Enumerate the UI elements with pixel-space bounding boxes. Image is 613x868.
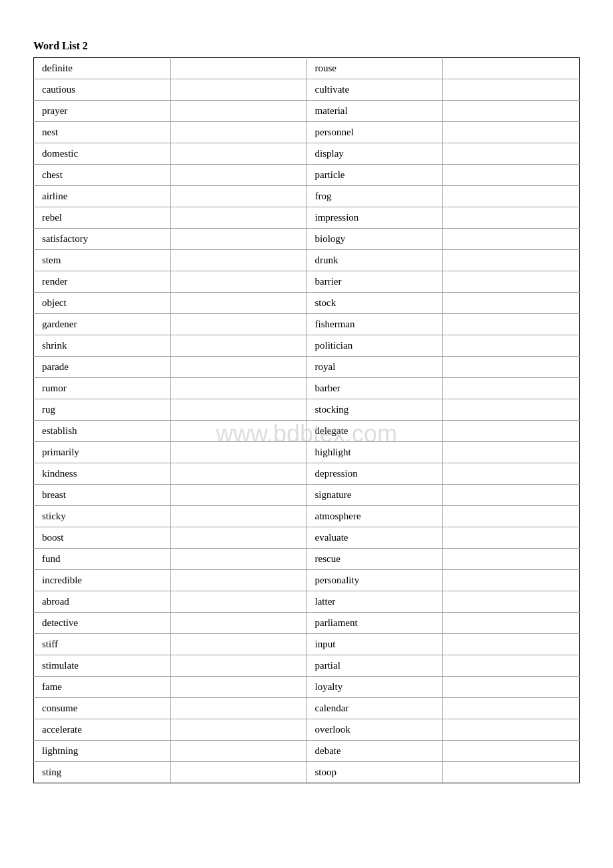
table-cell: cautious [34, 79, 171, 101]
table-row: kindnessdepression [34, 463, 580, 485]
table-cell: loyalty [306, 677, 443, 698]
table-cell [170, 271, 306, 293]
table-cell [443, 655, 580, 677]
table-cell: highlight [306, 442, 443, 463]
table-cell [443, 762, 580, 783]
table-cell [170, 655, 306, 677]
table-cell: accelerate [34, 719, 171, 741]
table-cell [170, 506, 306, 527]
table-cell [170, 442, 306, 463]
table-row: definiterouse [34, 58, 580, 79]
table-cell [443, 399, 580, 421]
table-cell [170, 570, 306, 591]
table-cell: stiff [34, 634, 171, 655]
table-cell [443, 58, 580, 79]
table-cell [170, 634, 306, 655]
table-cell: personnel [306, 122, 443, 143]
table-cell [170, 207, 306, 229]
table-cell: rebel [34, 207, 171, 229]
table-row: fameloyalty [34, 677, 580, 698]
table-cell [443, 527, 580, 549]
table-cell [170, 250, 306, 271]
table-cell: breast [34, 485, 171, 506]
table-cell: rouse [306, 58, 443, 79]
table-cell: atmosphere [306, 506, 443, 527]
table-cell: biology [306, 229, 443, 250]
table-row: nestpersonnel [34, 122, 580, 143]
table-cell: boost [34, 527, 171, 549]
table-cell [170, 762, 306, 783]
table-cell [443, 421, 580, 442]
table-cell: sticky [34, 506, 171, 527]
table-cell: detective [34, 613, 171, 634]
table-cell [170, 186, 306, 207]
table-cell [170, 335, 306, 357]
table-cell [443, 613, 580, 634]
table-row: gardenerfisherman [34, 314, 580, 335]
table-cell [443, 442, 580, 463]
table-cell: rug [34, 399, 171, 421]
table-row: chestparticle [34, 165, 580, 186]
table-row: consumecalendar [34, 698, 580, 719]
word-table: definiterousecautiouscultivateprayermate… [33, 57, 580, 783]
table-cell [170, 79, 306, 101]
table-cell: primarily [34, 442, 171, 463]
table-cell [443, 485, 580, 506]
table-cell: consume [34, 698, 171, 719]
table-cell: definite [34, 58, 171, 79]
table-cell [170, 485, 306, 506]
table-row: incrediblepersonality [34, 570, 580, 591]
table-cell [170, 314, 306, 335]
table-row: rumorbarber [34, 378, 580, 399]
table-row: rugstocking [34, 399, 580, 421]
table-cell: cultivate [306, 79, 443, 101]
table-cell: sting [34, 762, 171, 783]
table-cell [443, 293, 580, 314]
table-cell [443, 186, 580, 207]
table-cell: royal [306, 357, 443, 378]
table-row: fundrescue [34, 549, 580, 570]
table-cell: barber [306, 378, 443, 399]
table-cell [170, 165, 306, 186]
table-cell [170, 677, 306, 698]
table-row: prayermaterial [34, 101, 580, 122]
table-cell: drunk [306, 250, 443, 271]
table-cell [170, 357, 306, 378]
table-cell: nest [34, 122, 171, 143]
table-cell [170, 58, 306, 79]
table-row: objectstock [34, 293, 580, 314]
table-row: abroadlatter [34, 591, 580, 613]
table-cell: calendar [306, 698, 443, 719]
table-cell [443, 741, 580, 762]
table-cell: stoop [306, 762, 443, 783]
table-cell: airline [34, 186, 171, 207]
table-row: shrinkpolitician [34, 335, 580, 357]
table-row: paraderoyal [34, 357, 580, 378]
table-cell [443, 250, 580, 271]
table-row: domesticdisplay [34, 143, 580, 165]
table-cell: incredible [34, 570, 171, 591]
table-cell: politician [306, 335, 443, 357]
page-title: Word List 2 [33, 40, 580, 52]
table-cell [443, 207, 580, 229]
table-cell [170, 399, 306, 421]
table-cell: display [306, 143, 443, 165]
table-row: airlinefrog [34, 186, 580, 207]
table-cell [443, 271, 580, 293]
table-cell: prayer [34, 101, 171, 122]
table-row: satisfactorybiology [34, 229, 580, 250]
table-cell [443, 378, 580, 399]
table-cell: delegate [306, 421, 443, 442]
table-cell: signature [306, 485, 443, 506]
table-cell [170, 143, 306, 165]
table-cell [170, 527, 306, 549]
table-cell [170, 463, 306, 485]
table-cell [443, 549, 580, 570]
table-cell: gardener [34, 314, 171, 335]
table-cell: impression [306, 207, 443, 229]
table-cell [443, 165, 580, 186]
table-row: cautiouscultivate [34, 79, 580, 101]
table-cell: fame [34, 677, 171, 698]
table-cell [170, 293, 306, 314]
table-cell [443, 570, 580, 591]
